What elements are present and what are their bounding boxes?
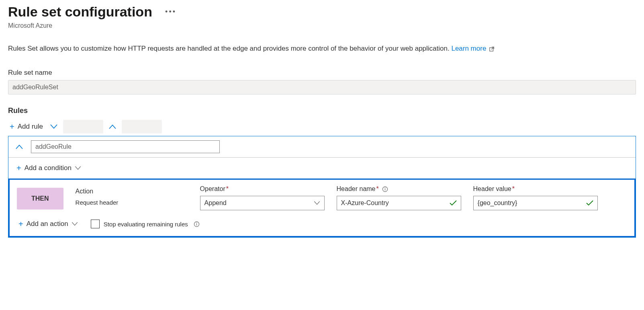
svg-rect-6 (196, 224, 197, 225)
add-rule-label: Add rule (18, 123, 43, 131)
header-value-input-wrap (473, 196, 598, 210)
learn-more-label: Learn more (451, 45, 486, 52)
disabled-slot-1 (63, 120, 103, 133)
action-column-label: Action (76, 188, 188, 195)
svg-point-5 (196, 222, 197, 223)
rule-name-input[interactable] (31, 140, 220, 153)
rule-header (8, 136, 636, 157)
header-name-input[interactable] (341, 199, 450, 207)
add-rule-button[interactable]: + Add rule (8, 121, 45, 132)
rules-toolbar: + Add rule (8, 120, 636, 133)
move-down-button[interactable] (48, 123, 60, 131)
rules-heading: Rules (8, 107, 636, 115)
add-action-label: Add an action (27, 220, 68, 228)
check-icon (450, 200, 457, 206)
svg-point-2 (385, 188, 386, 189)
learn-more-link[interactable]: Learn more (451, 45, 495, 52)
chevron-down-icon (75, 166, 81, 170)
add-condition-label: Add a condition (25, 164, 72, 172)
ruleset-name-label: Rule set name (8, 69, 636, 77)
check-icon (586, 200, 593, 206)
operator-label: Operator* (200, 185, 325, 193)
rules-container: + Add a condition THEN Action Request he… (8, 136, 636, 238)
svg-rect-3 (385, 189, 385, 191)
plus-icon: + (16, 164, 21, 172)
add-condition-button[interactable]: + Add a condition (15, 162, 83, 174)
external-link-icon (489, 46, 495, 52)
disabled-slot-2 (122, 120, 162, 133)
ruleset-name-input[interactable] (8, 80, 636, 94)
collapse-rule-button[interactable] (13, 143, 25, 151)
stop-evaluating-checkbox-wrap[interactable]: Stop evaluating remaining rules (91, 220, 200, 228)
info-icon[interactable] (194, 221, 200, 227)
header-value-input[interactable] (478, 199, 586, 207)
plus-icon: + (18, 220, 23, 228)
header-name-label: Header name* (337, 185, 461, 193)
operator-select[interactable]: Append (200, 196, 325, 210)
action-block: THEN Action Request header Operator* App… (8, 179, 636, 237)
intro-text: Rules Set allows you to customize how HT… (8, 45, 636, 53)
stop-evaluating-label: Stop evaluating remaining rules (104, 221, 188, 228)
header-name-input-wrap (337, 196, 461, 210)
info-icon[interactable] (382, 186, 388, 192)
intro-body: Rules Set allows you to customize how HT… (8, 45, 451, 52)
checkbox-box-icon (91, 220, 100, 228)
page-subtitle: Microsoft Azure (8, 22, 636, 29)
plus-icon: + (10, 123, 14, 131)
header-value-label: Header value* (473, 185, 598, 193)
chevron-down-icon (314, 201, 320, 205)
operator-value: Append (204, 199, 227, 207)
chevron-down-icon (72, 222, 78, 226)
action-name: Request header (76, 199, 188, 206)
move-up-button[interactable] (106, 123, 119, 131)
add-action-button[interactable]: + Add an action (17, 218, 80, 230)
page-title: Rule set configuration (8, 4, 152, 20)
more-options-icon[interactable]: ••• (165, 8, 176, 16)
then-badge: THEN (17, 188, 63, 209)
